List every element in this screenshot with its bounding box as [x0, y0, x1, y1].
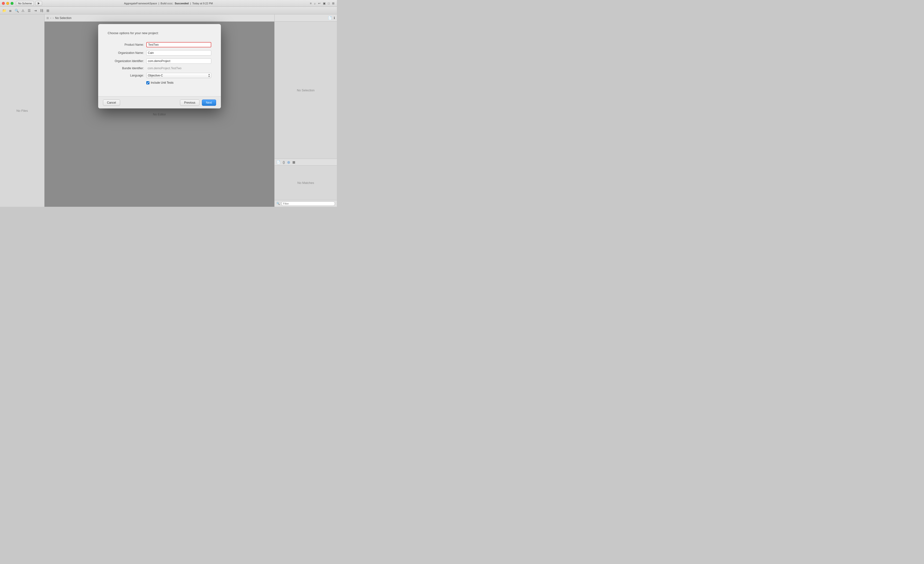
org-name-row: Organization Name: — [108, 50, 211, 55]
org-name-label: Organization Name: — [108, 51, 146, 55]
product-name-label: Product Name: — [108, 43, 146, 46]
traffic-lights — [2, 2, 14, 5]
maximize-button[interactable] — [10, 2, 14, 5]
circle-tab-icon[interactable]: ◎ — [287, 160, 290, 164]
main-layout: No Files ⊞ ‹ › No Selection No Editor Ch… — [0, 14, 337, 207]
link-icon[interactable]: ⛓ — [39, 8, 44, 13]
dialog-right-buttons: Previous Next — [180, 100, 216, 106]
grid-tab-icon[interactable]: ▦ — [292, 160, 295, 164]
right-sidebar-bottom-content: No Matches — [274, 166, 337, 200]
dialog-form: Product Name: Organization Name: Organiz… — [108, 42, 211, 84]
folder-icon[interactable]: 📁 — [2, 8, 7, 13]
no-matches-text: No Matches — [297, 181, 314, 185]
toolbar: 📁 ≣ 🔍 ⚠ ☰ ⇥ ⛓ ⊞ — [0, 7, 337, 14]
product-name-input[interactable] — [146, 42, 211, 47]
file-icon[interactable]: 📄 — [328, 16, 332, 20]
bundle-identifier-row: Bundle Identifier: com.demoProject.TestT… — [108, 67, 211, 70]
bundle-identifier-label: Bundle Identifier: — [108, 67, 146, 70]
lines-icon[interactable]: ☰ — [27, 8, 32, 13]
indent-icon[interactable]: ⇥ — [33, 8, 38, 13]
unit-tests-label: Include Unit Tests — [151, 81, 174, 84]
scheme-button[interactable]: No Scheme — [16, 1, 34, 6]
titlebar-center: AggregateFrameworkSpace | Build cccc: Su… — [124, 2, 213, 5]
right-sidebar-bottom-tabs: 📄 {} ◎ ▦ — [274, 159, 337, 166]
bundle-identifier-value: com.demoProject.TestTwo — [146, 67, 211, 70]
language-select[interactable]: Objective-C Swift — [146, 73, 211, 78]
forward-nav-icon[interactable]: › — [53, 16, 54, 20]
dialog-overlay: Choose options for your new project: Pro… — [45, 22, 274, 207]
previous-button[interactable]: Previous — [180, 100, 200, 106]
filter-input[interactable] — [281, 202, 335, 206]
nav-breadcrumb: No Selection — [55, 16, 72, 20]
separator2: | — [190, 2, 191, 5]
unit-tests-row: Include Unit Tests — [146, 81, 211, 84]
language-label: Language: — [108, 74, 146, 77]
back-nav-icon[interactable]: ‹ — [50, 16, 51, 20]
search-icon[interactable]: ⌕ — [314, 1, 316, 5]
sidebar-toggle-icon[interactable]: ⊞ — [46, 16, 49, 20]
content-area: ⊞ ‹ › No Selection No Editor Choose opti… — [45, 14, 274, 207]
build-label: Build cccc: — [160, 2, 173, 5]
panel-icon[interactable]: □ — [328, 1, 330, 5]
no-files-text: No Files — [16, 109, 28, 112]
grid-icon[interactable]: ⊞ — [45, 8, 51, 13]
titlebar-icons-right: ≡ ⌕ ↩ ▣ □ ⊞ — [310, 1, 334, 5]
list-icon[interactable]: ≡ — [310, 1, 312, 5]
right-sidebar-content: No Selection — [274, 22, 337, 159]
dialog-title: Choose options for your new project: — [108, 31, 211, 35]
build-status: Succeeded — [175, 2, 189, 5]
right-sidebar: 📄 ℹ No Selection 📄 {} ◎ ▦ No Matches 🔍 — [274, 14, 337, 207]
project-name: AggregateFrameworkSpace — [124, 2, 157, 5]
sidebar-icon[interactable]: ▣ — [323, 1, 326, 5]
file-tab-icon[interactable]: 📄 — [276, 160, 280, 164]
right-sidebar-bottom: 📄 {} ◎ ▦ No Matches 🔍 — [274, 159, 337, 207]
language-row: Language: Objective-C Swift ▲ ▼ — [108, 73, 211, 78]
dialog-content: Choose options for your new project: Pro… — [98, 24, 221, 96]
list-icon[interactable]: ≣ — [8, 8, 13, 13]
build-time: Today at 9:22 PM — [192, 2, 213, 5]
magnify-icon[interactable]: 🔍 — [14, 8, 19, 13]
separator: | — [158, 2, 159, 5]
language-select-wrapper: Objective-C Swift ▲ ▼ — [146, 73, 211, 78]
filter-search-icon: 🔍 — [276, 202, 280, 205]
org-identifier-label: Organization Identifier: — [108, 59, 146, 63]
minimize-button[interactable] — [6, 2, 9, 5]
left-sidebar: No Files — [0, 14, 45, 207]
filter-bar: 🔍 — [274, 200, 337, 207]
org-name-input[interactable] — [146, 50, 211, 55]
inspector-icon[interactable]: ⊞ — [332, 1, 334, 5]
new-project-dialog: Choose options for your new project: Pro… — [98, 24, 221, 108]
org-identifier-input[interactable] — [146, 58, 211, 64]
nav-bar: ⊞ ‹ › No Selection — [45, 14, 274, 22]
product-name-row: Product Name: — [108, 42, 211, 47]
content-main: No Editor Choose options for your new pr… — [45, 22, 274, 207]
info-icon[interactable]: ℹ — [334, 16, 335, 20]
close-button[interactable] — [2, 2, 5, 5]
dialog-buttons: Cancel Previous Next — [98, 96, 221, 108]
next-button[interactable]: Next — [202, 100, 216, 106]
titlebar: No Scheme AggregateFrameworkSpace | Buil… — [0, 0, 337, 7]
unit-tests-checkbox[interactable] — [146, 81, 149, 84]
back-icon[interactable]: ↩ — [318, 1, 321, 5]
play-button[interactable] — [35, 1, 42, 6]
play-icon — [38, 2, 40, 4]
code-tab-icon[interactable]: {} — [283, 160, 285, 164]
right-sidebar-top: 📄 ℹ — [274, 14, 337, 22]
org-identifier-row: Organization Identifier: — [108, 58, 211, 64]
cancel-button[interactable]: Cancel — [103, 100, 120, 106]
warning-icon[interactable]: ⚠ — [20, 8, 26, 13]
no-selection-text: No Selection — [297, 88, 315, 92]
